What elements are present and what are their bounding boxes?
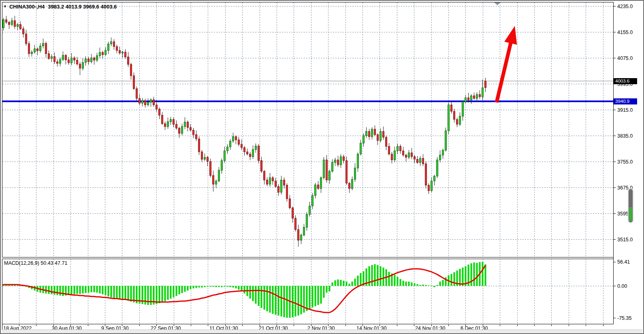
chart-shift-marker-icon <box>494 2 501 5</box>
trend-arrow-object[interactable] <box>495 26 517 103</box>
price-axis-label: 3915.0 <box>617 107 633 113</box>
status-strip <box>2 330 642 333</box>
price-axis-label: 4235.0 <box>617 4 633 9</box>
support-line-price-tag: 3940.9 <box>614 98 637 104</box>
chart-canvas[interactable]: 4235.04155.04075.03995.03915.03835.03755… <box>1 1 644 334</box>
macd-axis-label: 0.00 <box>617 283 627 289</box>
symbol-name: CHINA300-,H4 <box>9 4 45 10</box>
macd-axis-label: 56.41 <box>617 259 630 265</box>
symbol-dropdown-icon[interactable]: ▼ <box>3 4 7 9</box>
macd-axis-label: -75.35 <box>617 315 631 321</box>
price-axis-label: 3755.0 <box>617 159 633 165</box>
title-ohlc-values: 3983.2 4013.9 3969.6 4003.6 <box>48 4 117 10</box>
candles-layer <box>3 16 486 247</box>
macd-current-values: 50.43 47.71 <box>41 260 67 266</box>
price-axis-label: 3835.0 <box>617 133 633 139</box>
last-price-tag: 4003.6 <box>614 78 637 84</box>
macd-label-text: MACD(12,26,9) <box>4 260 39 266</box>
scrollbar-thumb[interactable] <box>628 188 633 223</box>
macd-indicator-label: MACD(12,26,9) 50.43 47.71 <box>4 260 67 266</box>
macd-histogram <box>3 262 486 318</box>
price-axis-label: 4155.0 <box>617 30 633 35</box>
chart-title: ▼CHINA300-,H43983.2 4013.9 3969.6 4003.6 <box>3 4 117 10</box>
chart-window: 4235.04155.04075.03995.03915.03835.03755… <box>0 0 644 334</box>
price-axis-label: 3515.0 <box>617 237 633 243</box>
scrollbar-stripes-decoration <box>629 208 632 221</box>
price-axis-label: 4075.0 <box>617 55 633 61</box>
